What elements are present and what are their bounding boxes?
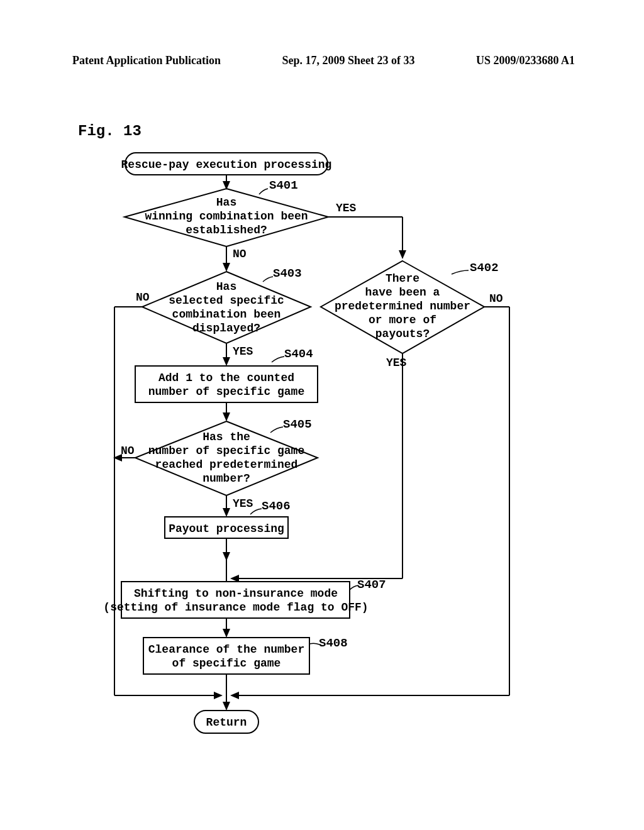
s402-line4: or more of <box>369 314 436 326</box>
s401-line1: Has <box>216 196 236 209</box>
s403-line3: combination been <box>172 308 281 321</box>
s404-line2: number of specific game <box>148 385 304 398</box>
s408-line1: Clearance of the number <box>148 643 304 656</box>
s403-id: S403 <box>273 267 302 280</box>
s405-line4: number? <box>203 472 250 485</box>
s406-line1: Payout processing <box>169 523 284 535</box>
flowchart: Rescue-pay execution processing Has winn… <box>0 0 644 830</box>
s407-line2: (setting of insurance mode flag to OFF) <box>103 601 368 614</box>
s405-no: NO <box>121 445 135 457</box>
s403-no: NO <box>136 291 150 304</box>
s402-line3: predetermined number <box>335 300 470 313</box>
s405-id: S405 <box>283 418 312 431</box>
s404-id: S404 <box>284 347 313 361</box>
s408-line2: of specific game <box>172 657 281 670</box>
s405-line1: Has the <box>203 431 250 443</box>
s402-line2: have been a <box>365 286 440 299</box>
s403-yes: YES <box>233 345 253 358</box>
s407-line1: Shifting to non-insurance mode <box>134 587 338 600</box>
s401-no: NO <box>233 248 247 260</box>
s405-line2: number of specific game <box>148 445 304 457</box>
s404-line1: Add 1 to the counted <box>158 372 294 384</box>
s401-id: S401 <box>269 179 298 192</box>
start-label: Rescue-pay execution processing <box>121 158 332 171</box>
s402-line5: payouts? <box>375 328 430 340</box>
s402-id: S402 <box>470 261 499 275</box>
s402-yes-under: YES <box>386 357 407 369</box>
s401-yes: YES <box>336 202 357 214</box>
s402-no: NO <box>489 292 503 305</box>
s407-id: S407 <box>357 578 386 592</box>
s403-line4: displayed? <box>192 322 260 335</box>
s401-line3: established? <box>186 224 267 236</box>
s403-line2: selected specific <box>169 294 284 307</box>
s403-line1: Has <box>216 280 236 293</box>
s405-line3: reached predetermined <box>155 458 298 471</box>
s405-yes: YES <box>233 497 253 510</box>
s408-id: S408 <box>319 636 348 650</box>
s406-id: S406 <box>262 499 291 513</box>
s402-line1: There <box>386 272 419 285</box>
end-label: Return <box>206 716 247 729</box>
s401-line2: winning combination been <box>145 210 308 223</box>
